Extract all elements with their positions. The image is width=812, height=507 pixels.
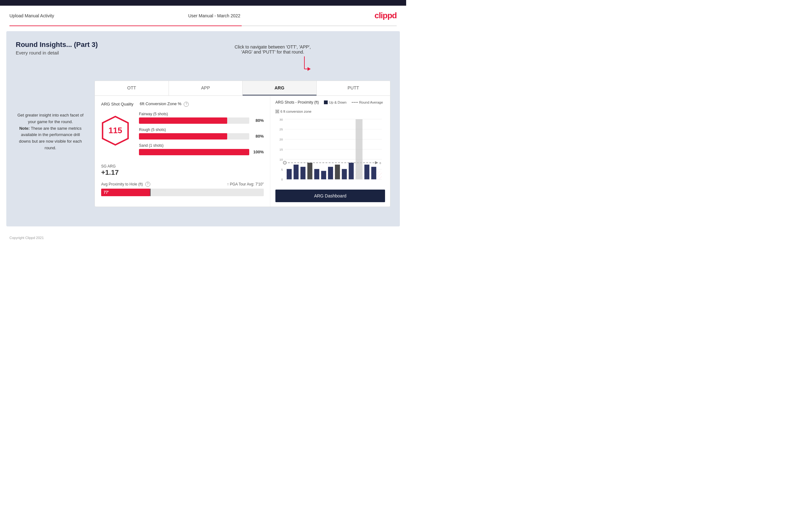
upload-manual-label: Upload Manual Activity <box>9 13 54 18</box>
bar-row-sand: Sand (1 shots) 100% <box>139 143 264 155</box>
left-insight: Get greater insight into each facet of y… <box>16 112 85 152</box>
chart-header: ARG Shots - Proximity (ft) Up & Down Rou… <box>275 100 385 113</box>
bar-row-rough: Rough (5 shots) 80% <box>139 127 264 139</box>
sg-section: SG ARG +1.17 <box>101 164 264 177</box>
hexagon-value: 115 <box>108 125 122 135</box>
svg-text:8: 8 <box>379 161 381 165</box>
right-panel: ARG Shots - Proximity (ft) Up & Down Rou… <box>270 96 390 207</box>
svg-rect-35 <box>349 163 354 179</box>
svg-rect-33 <box>335 165 340 179</box>
proximity-bar: 77' <box>101 189 264 196</box>
legend-conversion: 6 ft conversion zone <box>275 110 311 113</box>
tab-ott[interactable]: OTT <box>95 81 169 96</box>
sg-value: +1.17 <box>101 168 264 177</box>
shot-quality-label: ARG Shot Quality <box>101 102 134 106</box>
header-divider <box>9 25 397 26</box>
svg-rect-34 <box>342 169 347 179</box>
svg-text:0: 0 <box>281 178 283 181</box>
svg-rect-36 <box>356 119 363 179</box>
bar-bg-sand <box>139 149 249 155</box>
proximity-value: 77' <box>104 190 109 194</box>
main-content: Round Insights... (Part 3) Every round i… <box>6 31 400 226</box>
legend-label-up-down: Up & Down <box>329 101 347 104</box>
panel-header: ARG Shot Quality 6ft Conversion Zone % ? <box>101 101 264 107</box>
svg-text:15: 15 <box>280 148 283 151</box>
proximity-bar-fill: 77' <box>101 189 150 196</box>
bar-row-fairway: Fairway (5 shots) 80% <box>139 112 264 124</box>
hexagon-container: 115 Fairway (5 shots) <box>101 112 264 159</box>
legend-box-up-down <box>324 101 328 104</box>
nav-annotation-text: Click to navigate between 'OTT', 'APP','… <box>222 44 323 54</box>
section-subtitle: Every round in detail <box>16 50 391 55</box>
legend-dashed-line <box>352 102 358 103</box>
tab-putt[interactable]: PUTT <box>317 81 391 96</box>
left-panel: ARG Shot Quality 6ft Conversion Zone % ? <box>95 96 270 207</box>
legend-round-avg: Round Average <box>352 101 383 104</box>
bar-fill-fairway <box>139 117 227 124</box>
logo: clippd <box>374 11 397 20</box>
nav-annotation: Click to navigate between 'OTT', 'APP','… <box>222 44 323 75</box>
help-icon[interactable]: ? <box>184 102 189 107</box>
card-body: ARG Shot Quality 6ft Conversion Zone % ? <box>95 96 390 207</box>
svg-marker-2 <box>308 67 311 71</box>
legend-up-down: Up & Down <box>324 101 347 104</box>
bar-fill-rough <box>139 133 227 139</box>
bar-label-rough: Rough (5 shots) <box>139 127 264 132</box>
legend-label-conversion: 6 ft conversion zone <box>281 110 311 113</box>
legend-box-conversion <box>275 110 279 113</box>
svg-marker-24 <box>375 161 378 164</box>
svg-rect-37 <box>364 165 369 179</box>
insight-text: Get greater insight into each facet of y… <box>17 113 84 150</box>
proximity-header: Avg Proximity to Hole (ft) ? ↑ PGA Tour … <box>101 182 264 187</box>
svg-rect-26 <box>287 169 292 179</box>
bar-rows: Fairway (5 shots) 80% <box>139 112 264 159</box>
bar-bg-fairway <box>139 117 249 124</box>
header: Upload Manual Activity User Manual - Mar… <box>0 6 406 25</box>
svg-text:5: 5 <box>281 168 283 171</box>
arg-dashboard-button[interactable]: ARG Dashboard <box>275 189 385 202</box>
chart-svg: 30 25 20 15 10 5 0 <box>275 116 385 185</box>
pga-tour-avg: ↑ PGA Tour Avg: 7'10" <box>227 182 264 186</box>
svg-rect-32 <box>328 167 333 179</box>
copyright-text: Copyright Clippd 2021 <box>9 236 44 240</box>
svg-rect-31 <box>321 171 326 179</box>
svg-rect-38 <box>371 167 376 179</box>
section-title: Round Insights... (Part 3) <box>16 41 391 49</box>
svg-text:25: 25 <box>280 127 283 131</box>
chart-area: 30 25 20 15 10 5 0 <box>275 116 385 186</box>
bar-pct-rough: 80% <box>252 134 264 138</box>
svg-text:20: 20 <box>280 137 283 141</box>
conversion-label: 6ft Conversion Zone % ? <box>140 101 189 107</box>
footer: Copyright Clippd 2021 <box>0 231 406 244</box>
tab-arg[interactable]: ARG <box>243 81 317 96</box>
arrow-svg <box>298 56 311 75</box>
svg-rect-27 <box>294 165 299 179</box>
proximity-label: Avg Proximity to Hole (ft) ? <box>101 182 150 187</box>
bar-label-fairway: Fairway (5 shots) <box>139 112 264 116</box>
sg-label: SG ARG <box>101 164 264 168</box>
tab-app[interactable]: APP <box>169 81 243 96</box>
content-layout: Get greater insight into each facet of y… <box>16 62 391 207</box>
user-manual-date: User Manual - March 2022 <box>188 13 241 18</box>
right-section: Click to navigate between 'OTT', 'APP','… <box>95 62 391 207</box>
svg-point-23 <box>283 161 287 164</box>
note-label: Note: <box>19 126 30 131</box>
proximity-help-icon[interactable]: ? <box>145 182 150 187</box>
svg-rect-30 <box>314 169 319 179</box>
svg-text:30: 30 <box>280 118 283 121</box>
tab-bar: OTT APP ARG PUTT <box>95 81 390 96</box>
annotation-arrow <box>222 56 323 75</box>
hexagon-badge: 115 <box>101 115 130 147</box>
bar-pct-fairway: 80% <box>252 118 264 123</box>
bar-fill-sand <box>139 149 249 155</box>
svg-rect-28 <box>301 167 306 179</box>
legend-label-round-avg: Round Average <box>359 101 383 104</box>
bar-pct-sand: 100% <box>252 150 264 154</box>
bar-bg-rough <box>139 133 249 139</box>
svg-text:10: 10 <box>280 158 283 161</box>
bar-label-sand: Sand (1 shots) <box>139 143 264 148</box>
top-bar <box>0 0 406 6</box>
chart-title: ARG Shots - Proximity (ft) <box>275 100 319 105</box>
dashboard-card: OTT APP ARG PUTT ARG Shot Quality 6ft Co… <box>95 80 391 207</box>
proximity-cursor <box>150 189 151 196</box>
